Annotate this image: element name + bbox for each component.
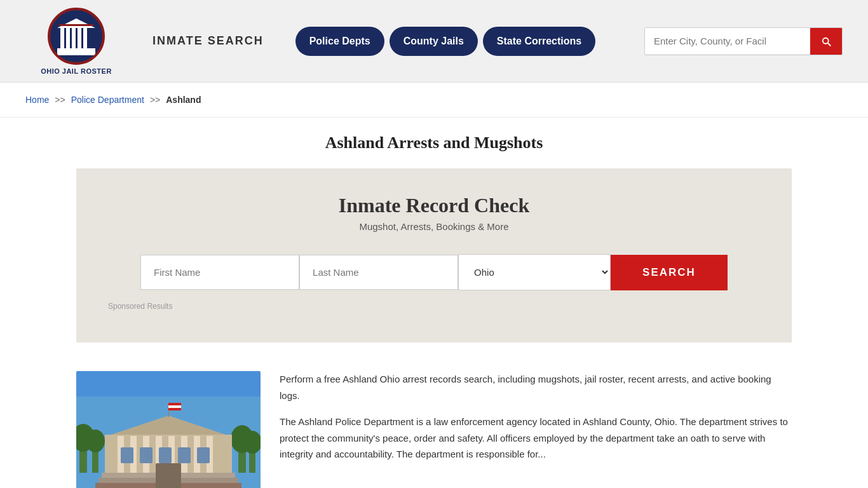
content-image [76, 371, 261, 488]
breadcrumb-sep-1: >> [55, 95, 65, 105]
last-name-input[interactable] [299, 255, 458, 290]
header-search-input[interactable] [645, 28, 810, 54]
breadcrumb: Home >> Police Department >> Ashland [0, 83, 868, 118]
svg-rect-8 [59, 24, 93, 26]
svg-rect-6 [57, 48, 95, 52]
page-title-area: Ashland Arrests and Mugshots [0, 118, 868, 159]
content-paragraph-1: Perform a free Ashland Ohio arrest recor… [280, 371, 792, 403]
content-area: Perform a free Ashland Ohio arrest recor… [0, 352, 868, 488]
svg-point-13 [86, 430, 105, 452]
svg-rect-40 [168, 405, 181, 408]
logo-icon [48, 8, 105, 65]
svg-rect-33 [159, 447, 172, 463]
sponsored-label: Sponsored Results [108, 302, 760, 311]
content-paragraph-2: The Ashland Police Department is a law e… [280, 414, 792, 463]
logo-text: OHIO JAIL ROSTER [41, 67, 112, 75]
header-search-button[interactable] [810, 28, 842, 55]
record-check-search-button[interactable]: SEARCH [611, 255, 728, 290]
svg-rect-32 [140, 447, 153, 463]
content-text: Perform a free Ashland Ohio arrest recor… [280, 371, 792, 488]
svg-rect-2 [72, 28, 76, 48]
svg-rect-3 [78, 28, 81, 48]
breadcrumb-home[interactable]: Home [25, 95, 49, 105]
logo-area: OHIO JAIL ROSTER [25, 8, 127, 75]
nav-buttons: Police Depts County Jails State Correcti… [295, 27, 596, 56]
svg-rect-31 [121, 447, 133, 463]
breadcrumb-police-dept[interactable]: Police Department [71, 95, 144, 105]
record-check-subtitle: Mugshot, Arrests, Bookings & More [108, 221, 760, 232]
breadcrumb-current: Ashland [166, 95, 201, 105]
search-icon [820, 36, 832, 47]
county-jails-button[interactable]: County Jails [390, 27, 478, 56]
record-check-title: Inmate Record Check [108, 194, 760, 217]
state-corrections-button[interactable]: State Corrections [483, 27, 595, 56]
svg-rect-35 [197, 447, 210, 463]
svg-rect-7 [57, 52, 95, 55]
record-check-form: AlabamaAlaskaArizonaArkansasCaliforniaCo… [108, 254, 760, 290]
inmate-search-label: INMATE SEARCH [153, 34, 264, 48]
svg-rect-1 [66, 28, 70, 48]
svg-rect-4 [83, 28, 87, 48]
header-search-area [644, 27, 843, 55]
svg-rect-34 [178, 447, 191, 463]
police-depts-button[interactable]: Police Depts [295, 27, 384, 56]
first-name-input[interactable] [140, 255, 299, 290]
breadcrumb-sep-2: >> [150, 95, 160, 105]
record-check-box: Inmate Record Check Mugshot, Arrests, Bo… [76, 168, 792, 342]
building-illustration [76, 396, 261, 488]
header: OHIO JAIL ROSTER INMATE SEARCH Police De… [0, 0, 868, 83]
svg-rect-36 [156, 463, 181, 488]
svg-rect-39 [168, 403, 181, 405]
svg-marker-5 [57, 18, 95, 28]
page-title: Ashland Arrests and Mugshots [25, 133, 843, 152]
svg-rect-0 [60, 28, 64, 48]
state-select[interactable]: AlabamaAlaskaArizonaArkansasCaliforniaCo… [458, 254, 611, 290]
